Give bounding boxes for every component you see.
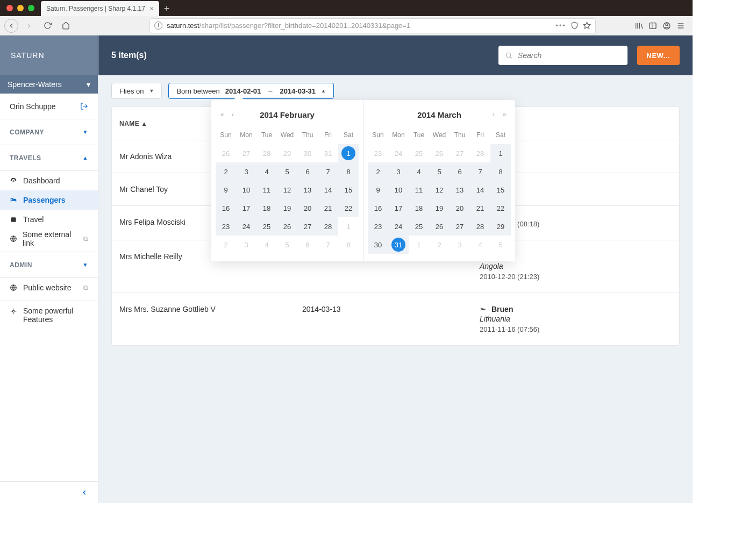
calendar-day[interactable]: 17 bbox=[388, 199, 409, 217]
account-icon[interactable] bbox=[662, 22, 671, 30]
calendar-day[interactable]: 30 bbox=[368, 236, 388, 254]
tenant-switcher[interactable]: Spencer-Waters▾ bbox=[0, 75, 98, 94]
calendar-day[interactable]: 9 bbox=[368, 181, 388, 199]
nav-features[interactable]: Some powerfulFeatures bbox=[0, 301, 98, 329]
new-tab-button[interactable]: + bbox=[159, 1, 174, 16]
calendar-day[interactable]: 21 bbox=[318, 199, 338, 217]
calendar-day[interactable]: 5 bbox=[277, 162, 297, 181]
calendar-day[interactable]: 7 bbox=[470, 162, 490, 181]
table-row[interactable]: Mrs Mrs. Suzanne Gottlieb V 2014-03-13 B… bbox=[112, 293, 679, 345]
section-admin[interactable]: ADMIN▼ bbox=[0, 252, 98, 278]
back-button[interactable] bbox=[4, 19, 18, 33]
calendar-day[interactable]: 20 bbox=[297, 199, 318, 217]
calendar-day[interactable]: 27 bbox=[297, 217, 318, 236]
calendar-day[interactable]: 25 bbox=[409, 217, 429, 236]
calendar-day[interactable]: 26 bbox=[277, 217, 297, 236]
calendar-day[interactable]: 20 bbox=[450, 199, 470, 217]
calendar-day[interactable]: 18 bbox=[256, 199, 277, 217]
calendar-day[interactable]: 14 bbox=[318, 181, 338, 199]
close-window-icon[interactable] bbox=[6, 5, 13, 11]
calendar-day[interactable]: 19 bbox=[277, 199, 297, 217]
calendar-day[interactable]: 19 bbox=[429, 199, 450, 217]
calendar-day[interactable]: 6 bbox=[450, 162, 470, 181]
calendar-day[interactable]: 31 bbox=[388, 236, 409, 254]
calendar-day[interactable]: 10 bbox=[388, 181, 409, 199]
bookmark-icon[interactable] bbox=[583, 22, 591, 30]
nav-external-link[interactable]: Some external link ⧉ bbox=[0, 229, 98, 248]
column-name[interactable]: NAME ▴ bbox=[119, 120, 146, 127]
home-button[interactable] bbox=[58, 18, 73, 33]
calendar-day[interactable]: 13 bbox=[297, 181, 318, 199]
close-tab-icon[interactable]: × bbox=[149, 4, 154, 13]
search-box[interactable] bbox=[498, 46, 627, 65]
new-button[interactable]: NEW... bbox=[637, 46, 680, 65]
forward-button[interactable] bbox=[22, 18, 37, 33]
reload-button[interactable] bbox=[40, 18, 55, 33]
calendar-day[interactable]: 8 bbox=[338, 162, 359, 181]
calendar-day[interactable]: 28 bbox=[470, 217, 490, 236]
nav-dashboard[interactable]: Dashboard bbox=[0, 171, 98, 190]
calendar-day[interactable]: 7 bbox=[318, 162, 338, 181]
calendar-day[interactable]: 3 bbox=[236, 162, 256, 181]
next-month-button[interactable]: › bbox=[488, 111, 499, 118]
calendar-day[interactable]: 24 bbox=[236, 217, 256, 236]
nav-passengers[interactable]: Passengers bbox=[0, 190, 98, 210]
calendar-day[interactable]: 17 bbox=[236, 199, 256, 217]
calendar-day[interactable]: 18 bbox=[409, 199, 429, 217]
calendar-day[interactable]: 13 bbox=[450, 181, 470, 199]
calendar-day[interactable]: 16 bbox=[368, 199, 388, 217]
calendar-day[interactable]: 10 bbox=[236, 181, 256, 199]
sidebar-icon[interactable] bbox=[648, 22, 657, 30]
calendar-day[interactable]: 9 bbox=[216, 181, 236, 199]
calendar-day[interactable]: 1 bbox=[490, 144, 511, 162]
maximize-window-icon[interactable] bbox=[28, 5, 34, 11]
shield-icon[interactable] bbox=[570, 22, 579, 30]
calendar-day[interactable]: 4 bbox=[409, 162, 429, 181]
prev-year-button[interactable]: « bbox=[217, 111, 227, 118]
calendar-day[interactable]: 6 bbox=[297, 162, 318, 181]
calendar-day[interactable]: 15 bbox=[338, 181, 359, 199]
calendar-day[interactable]: 11 bbox=[256, 181, 277, 199]
logout-icon[interactable] bbox=[80, 102, 88, 110]
calendar-day[interactable]: 2 bbox=[368, 162, 388, 181]
filter-born-between[interactable]: Born between 2014-02-01 – 2014-03-31 ▲ bbox=[168, 83, 333, 99]
calendar-day[interactable]: 5 bbox=[429, 162, 450, 181]
calendar-day[interactable]: 1 bbox=[338, 144, 359, 162]
nav-public-website[interactable]: Public website ⧉ bbox=[0, 278, 98, 297]
calendar-day[interactable]: 26 bbox=[429, 217, 450, 236]
site-info-icon[interactable]: i bbox=[154, 22, 162, 30]
calendar-day[interactable]: 4 bbox=[256, 162, 277, 181]
calendar-day[interactable]: 29 bbox=[490, 217, 511, 236]
address-bar[interactable]: i saturn.test/sharp/list/passenger?filte… bbox=[149, 18, 596, 33]
prev-month-button[interactable]: ‹ bbox=[227, 111, 238, 118]
calendar-day[interactable]: 15 bbox=[490, 181, 511, 199]
calendar-day[interactable]: 3 bbox=[388, 162, 409, 181]
section-company[interactable]: COMPANY▼ bbox=[0, 119, 98, 145]
calendar-day[interactable]: 21 bbox=[470, 199, 490, 217]
calendar-day[interactable]: 28 bbox=[318, 217, 338, 236]
library-icon[interactable] bbox=[634, 22, 643, 30]
calendar-day[interactable]: 22 bbox=[490, 199, 511, 217]
calendar-day[interactable]: 27 bbox=[450, 217, 470, 236]
more-icon[interactable]: ••• bbox=[555, 22, 566, 30]
nav-travel[interactable]: Travel bbox=[0, 210, 98, 229]
search-input[interactable] bbox=[517, 51, 621, 60]
calendar-day[interactable]: 12 bbox=[429, 181, 450, 199]
section-travels[interactable]: TRAVELS▲ bbox=[0, 145, 98, 171]
calendar-day[interactable]: 23 bbox=[216, 217, 236, 236]
menu-icon[interactable] bbox=[676, 22, 685, 30]
collapse-sidebar[interactable] bbox=[0, 481, 98, 503]
calendar-day[interactable]: 23 bbox=[368, 217, 388, 236]
filter-flies-on[interactable]: Flies on▼ bbox=[111, 83, 162, 99]
minimize-window-icon[interactable] bbox=[17, 5, 24, 11]
calendar-day[interactable]: 2 bbox=[216, 162, 236, 181]
calendar-day[interactable]: 8 bbox=[490, 162, 511, 181]
calendar-day[interactable]: 16 bbox=[216, 199, 236, 217]
next-year-button[interactable]: » bbox=[499, 111, 510, 118]
calendar-day[interactable]: 12 bbox=[277, 181, 297, 199]
calendar-day[interactable]: 24 bbox=[388, 217, 409, 236]
browser-tab[interactable]: Saturn, Passengers | Sharp 4.1.17 × bbox=[41, 1, 159, 16]
calendar-day[interactable]: 14 bbox=[470, 181, 490, 199]
calendar-day[interactable]: 22 bbox=[338, 199, 359, 217]
calendar-day[interactable]: 25 bbox=[256, 217, 277, 236]
